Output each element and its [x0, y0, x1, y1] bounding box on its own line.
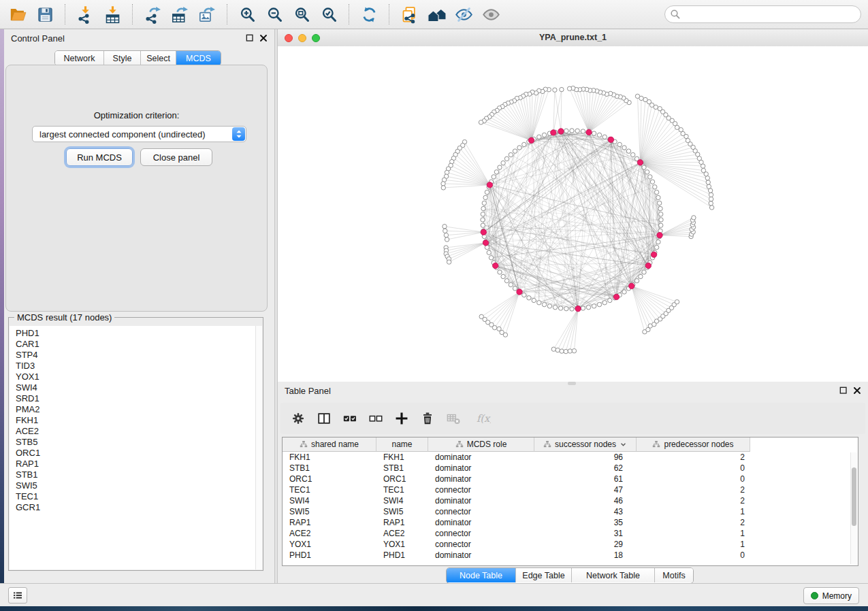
- mcds-result-item[interactable]: STB1: [16, 469, 262, 480]
- float-panel-icon[interactable]: [244, 33, 255, 44]
- network-node[interactable]: [592, 131, 596, 135]
- network-node[interactable]: [658, 107, 662, 111]
- network-node[interactable]: [567, 86, 571, 90]
- network-node[interactable]: [592, 304, 596, 308]
- mcds-hub-node[interactable]: [487, 182, 492, 188]
- network-node[interactable]: [586, 306, 590, 310]
- table-scrollbar-thumb[interactable]: [852, 467, 856, 526]
- split-columns-icon[interactable]: [316, 410, 332, 427]
- network-node[interactable]: [634, 279, 639, 283]
- column-settings-gear-icon[interactable]: [290, 410, 306, 427]
- network-node[interactable]: [517, 146, 521, 150]
- network-node[interactable]: [643, 97, 647, 101]
- network-node[interactable]: [532, 298, 536, 302]
- mcds-result-item[interactable]: STP4: [16, 350, 262, 361]
- select-all-rows-icon[interactable]: [342, 410, 358, 427]
- network-node[interactable]: [482, 201, 486, 205]
- network-node[interactable]: [686, 138, 690, 142]
- network-node[interactable]: [444, 233, 448, 237]
- mcds-hub-node[interactable]: [657, 233, 662, 238]
- table-row[interactable]: RAP1RAP1dominator352: [283, 517, 858, 528]
- zoom-in-icon[interactable]: [237, 4, 257, 24]
- mcds-result-item[interactable]: PHD1: [16, 328, 262, 339]
- network-node[interactable]: [648, 175, 652, 179]
- mcds-hub-node[interactable]: [645, 263, 651, 268]
- network-node[interactable]: [522, 142, 526, 146]
- run-mcds-button[interactable]: Run MCDS: [66, 148, 133, 166]
- network-node[interactable]: [656, 240, 660, 244]
- network-node[interactable]: [572, 349, 576, 353]
- table-row[interactable]: STB1STB1dominator620: [283, 463, 858, 474]
- network-node[interactable]: [487, 250, 491, 254]
- network-node[interactable]: [608, 298, 612, 302]
- network-node[interactable]: [443, 225, 447, 229]
- task-history-button[interactable]: [8, 587, 27, 604]
- network-node[interactable]: [709, 201, 713, 205]
- mcds-result-item[interactable]: ACE2: [16, 426, 262, 437]
- table-row[interactable]: YOX1YOX1connector291: [283, 539, 858, 550]
- network-node[interactable]: [709, 197, 713, 201]
- zoom-selected-icon[interactable]: [319, 4, 339, 24]
- memory-button[interactable]: Memory: [803, 587, 859, 604]
- tab-mcds[interactable]: MCDS: [176, 51, 221, 65]
- network-node[interactable]: [654, 245, 658, 249]
- tab-motifs[interactable]: Motifs: [655, 568, 693, 582]
- mcds-result-item[interactable]: SWI4: [16, 382, 262, 393]
- table-row[interactable]: SWI5SWI5connector431: [283, 506, 858, 517]
- mcds-result-item[interactable]: TID3: [16, 361, 262, 371]
- network-node[interactable]: [570, 129, 574, 133]
- zoom-fit-icon[interactable]: [291, 4, 312, 24]
- mcds-hub-node[interactable]: [613, 294, 619, 299]
- table-row[interactable]: PHD1PHD1dominator180: [283, 550, 858, 561]
- mcds-hub-node[interactable]: [558, 129, 564, 134]
- network-node[interactable]: [709, 193, 713, 197]
- network-node[interactable]: [597, 133, 601, 137]
- network-node[interactable]: [441, 186, 445, 190]
- network-node[interactable]: [501, 274, 505, 278]
- mcds-hub-node[interactable]: [517, 289, 522, 295]
- column-header-predecessor-nodes[interactable]: predecessor nodes: [637, 437, 750, 452]
- zoom-out-icon[interactable]: [264, 4, 285, 24]
- tab-network-table[interactable]: Network Table: [572, 568, 655, 582]
- network-node[interactable]: [481, 212, 485, 216]
- network-node[interactable]: [709, 205, 713, 210]
- mcds-result-list[interactable]: PHD1CAR1STP4TID3YOX1SWI4SRD1PMA2FKH1ACE2…: [10, 326, 262, 569]
- column-header-shared-name[interactable]: shared name: [283, 437, 376, 452]
- network-node[interactable]: [492, 325, 496, 329]
- network-node[interactable]: [658, 201, 662, 205]
- network-node[interactable]: [542, 133, 546, 137]
- column-header-MCDS-role[interactable]: MCDS role: [428, 437, 534, 452]
- network-node[interactable]: [581, 306, 585, 310]
- mcds-result-item[interactable]: FKH1: [16, 415, 262, 426]
- mcds-result-item[interactable]: STB5: [16, 437, 262, 448]
- tab-select[interactable]: Select: [141, 51, 176, 65]
- close-panel-button[interactable]: Close panel: [140, 148, 212, 166]
- tab-style[interactable]: Style: [104, 51, 141, 65]
- network-node[interactable]: [504, 156, 509, 161]
- network-node[interactable]: [626, 149, 630, 153]
- network-node[interactable]: [701, 168, 705, 172]
- delete-row-icon[interactable]: [419, 410, 436, 427]
- network-node[interactable]: [631, 152, 635, 156]
- tab-node-table[interactable]: Node Table: [447, 568, 516, 582]
- export-network-icon[interactable]: [142, 4, 163, 24]
- table-scrollbar[interactable]: [850, 452, 857, 564]
- network-node[interactable]: [445, 237, 449, 242]
- mcds-hub-node[interactable]: [528, 137, 534, 143]
- mcds-hub-node[interactable]: [608, 137, 613, 142]
- network-node[interactable]: [503, 333, 507, 337]
- network-node[interactable]: [706, 180, 710, 184]
- network-node[interactable]: [509, 152, 513, 156]
- network-node[interactable]: [504, 279, 509, 283]
- mcds-hub-node[interactable]: [637, 160, 643, 165]
- network-node[interactable]: [560, 349, 564, 353]
- network-node[interactable]: [558, 306, 562, 310]
- mcds-result-item[interactable]: PMA2: [16, 404, 262, 415]
- mcds-hub-node[interactable]: [575, 306, 581, 312]
- network-node[interactable]: [489, 256, 493, 260]
- network-node[interactable]: [564, 307, 568, 311]
- network-node[interactable]: [659, 223, 663, 227]
- network-node[interactable]: [656, 195, 660, 199]
- network-node[interactable]: [602, 135, 607, 139]
- import-network-icon[interactable]: [75, 4, 95, 24]
